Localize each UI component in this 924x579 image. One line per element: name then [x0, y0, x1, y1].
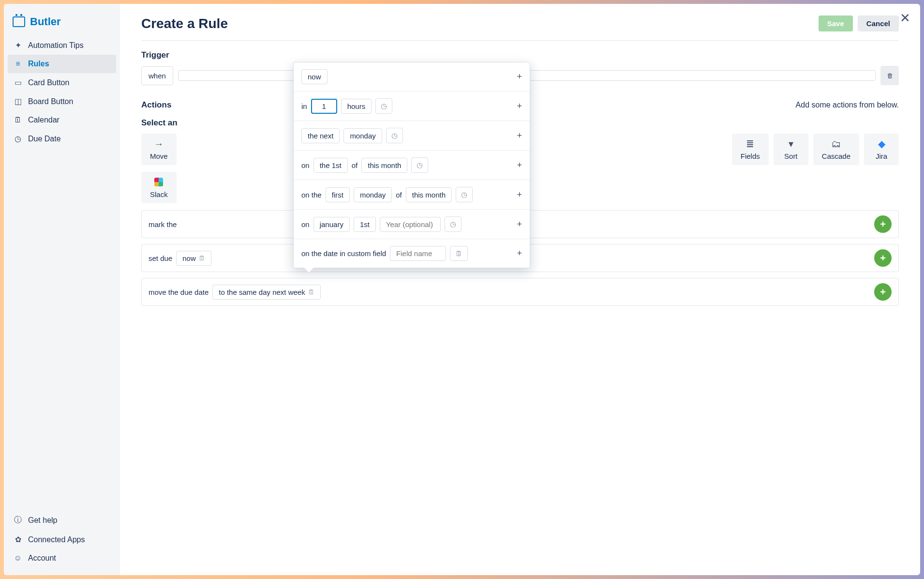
token-first[interactable]: first	[326, 187, 350, 202]
sidebar-item-get-help[interactable]: ⓘ Get help	[8, 510, 116, 530]
sidebar-item-label: Rules	[28, 60, 49, 68]
token-hours[interactable]: hours	[341, 99, 372, 114]
main-content: ✕ Create a Rule Save Cancel Trigger when…	[120, 4, 920, 575]
add-option-button[interactable]: +	[517, 160, 522, 170]
tile-move[interactable]: → Move	[141, 134, 177, 165]
clock-icon: ◷	[450, 220, 456, 228]
time-picker-button[interactable]: ◷	[411, 157, 428, 173]
card-icon: ▭	[14, 78, 22, 87]
time-picker-button[interactable]: ◷	[386, 128, 403, 143]
tile-sort[interactable]: ▾ Sort	[774, 134, 808, 165]
add-option-button[interactable]: +	[517, 248, 522, 259]
add-option-button[interactable]: +	[517, 72, 522, 82]
when-label: when	[149, 72, 166, 80]
sparkle-icon: ✦	[14, 41, 22, 50]
arrow-right-icon: →	[154, 138, 164, 149]
sidebar-item-label: Board Button	[28, 97, 73, 106]
tile-slack[interactable]: Slack	[141, 172, 177, 203]
sidebar-item-calendar[interactable]: 🗓 Calendar	[8, 111, 116, 129]
token-field-name[interactable]	[390, 246, 446, 261]
token-now[interactable]: now 🗓	[176, 251, 211, 266]
tile-label: Sort	[784, 152, 798, 160]
add-option-button[interactable]: +	[517, 101, 522, 111]
add-option-button[interactable]: +	[517, 190, 522, 200]
label-of: of	[396, 191, 402, 199]
pop-row-custom-field-date: on the date in custom field 🗓 +	[294, 239, 530, 268]
sliders-icon: ≡	[14, 60, 22, 68]
sidebar-item-board-button[interactable]: ◫ Board Button	[8, 92, 116, 111]
jira-icon: ◆	[878, 138, 885, 149]
tile-label: Fields	[741, 152, 760, 160]
time-picker-button[interactable]: ◷	[445, 216, 462, 232]
sidebar-item-label: Account	[28, 554, 56, 563]
app-window: Butler ✦ Automation Tips ≡ Rules ▭ Card …	[4, 4, 920, 575]
trigger-section-title: Trigger	[141, 50, 899, 60]
token-now[interactable]: now	[301, 69, 328, 84]
rule-row-move-due: move the due date to the same day next w…	[141, 278, 899, 306]
add-option-button[interactable]: +	[517, 131, 522, 141]
sidebar-item-label: Connected Apps	[28, 535, 85, 544]
tile-label: Move	[150, 152, 168, 160]
sidebar-item-label: Due Date	[28, 135, 61, 143]
label-on-the: on the	[301, 191, 322, 199]
sidebar-item-label: Automation Tips	[28, 41, 84, 50]
sidebar-item-automation-tips[interactable]: ✦ Automation Tips	[8, 36, 116, 55]
year-input[interactable]	[386, 220, 434, 229]
add-rule-button[interactable]: +	[874, 283, 892, 301]
cancel-button[interactable]: Cancel	[858, 15, 899, 31]
gear-icon: ✿	[14, 535, 22, 544]
pop-row-on-the-first-weekday: on the first monday of this month ◷ +	[294, 180, 530, 210]
token-1st[interactable]: 1st	[354, 217, 376, 232]
token-hours-count[interactable]	[311, 99, 337, 114]
label-on: on	[301, 161, 310, 169]
pop-row-the-next: the next monday ◷ +	[294, 121, 530, 151]
save-button[interactable]: Save	[819, 15, 853, 31]
label-custom-field: on the date in custom field	[301, 249, 386, 258]
sidebar-item-label: Get help	[28, 516, 57, 525]
tile-fields[interactable]: ≣ Fields	[732, 134, 769, 165]
token-monday[interactable]: monday	[354, 187, 392, 202]
label-on: on	[301, 220, 310, 229]
add-rule-button[interactable]: +	[874, 215, 892, 233]
close-button[interactable]: ✕	[900, 11, 910, 26]
tile-jira[interactable]: ◆ Jira	[864, 134, 899, 165]
sidebar-item-connected-apps[interactable]: ✿ Connected Apps	[8, 530, 116, 549]
token-the-1st[interactable]: the 1st	[313, 158, 348, 173]
token-monday[interactable]: monday	[343, 128, 382, 143]
sidebar-item-rules[interactable]: ≡ Rules	[8, 55, 116, 73]
token-the-next[interactable]: the next	[301, 128, 340, 143]
calendar-icon: 🗓	[14, 116, 22, 124]
pop-row-now: now +	[294, 62, 530, 91]
token-same-day-next-week[interactable]: to the same day next week 🗓	[212, 285, 320, 300]
sidebar-item-account[interactable]: ☺ Account	[8, 549, 116, 567]
time-picker-button[interactable]: ◷	[456, 187, 473, 202]
brand: Butler	[8, 12, 116, 36]
clock-icon: ◷	[461, 190, 467, 198]
date-options-popover: now + in hours ◷ + the next monday ◷ + o…	[293, 62, 530, 268]
sidebar-item-due-date[interactable]: ◷ Due Date	[8, 129, 116, 148]
lines-icon: ≣	[746, 138, 754, 149]
token-this-month[interactable]: this month	[406, 187, 452, 202]
time-picker-button[interactable]: ◷	[375, 98, 392, 114]
sidebar-item-label: Card Button	[28, 78, 69, 87]
trigger-when-chip[interactable]: when	[141, 66, 173, 85]
clock-icon: ◷	[381, 102, 387, 110]
tile-label: Slack	[150, 190, 168, 198]
clock-icon: ◷	[391, 131, 398, 139]
hours-input[interactable]	[317, 102, 331, 110]
clock-icon: ◷	[14, 134, 22, 143]
field-name-input[interactable]	[396, 249, 440, 258]
token-january[interactable]: january	[313, 217, 350, 232]
sidebar-item-card-button[interactable]: ▭ Card Button	[8, 73, 116, 92]
add-option-button[interactable]: +	[517, 219, 522, 229]
info-icon: ⓘ	[14, 515, 22, 525]
token-this-month[interactable]: this month	[361, 158, 407, 173]
pop-row-on-month-day: on january 1st ◷ +	[294, 210, 530, 239]
add-rule-button[interactable]: +	[874, 249, 892, 267]
filter-icon: ▾	[789, 138, 793, 149]
actions-hint: Add some actions from below.	[796, 96, 899, 114]
delete-trigger-button[interactable]: 🗑	[880, 66, 899, 85]
calendar-picker-button[interactable]: 🗓	[450, 246, 468, 261]
tile-cascade[interactable]: 🗂 Cascade	[813, 134, 859, 165]
token-year-optional[interactable]	[380, 217, 441, 232]
